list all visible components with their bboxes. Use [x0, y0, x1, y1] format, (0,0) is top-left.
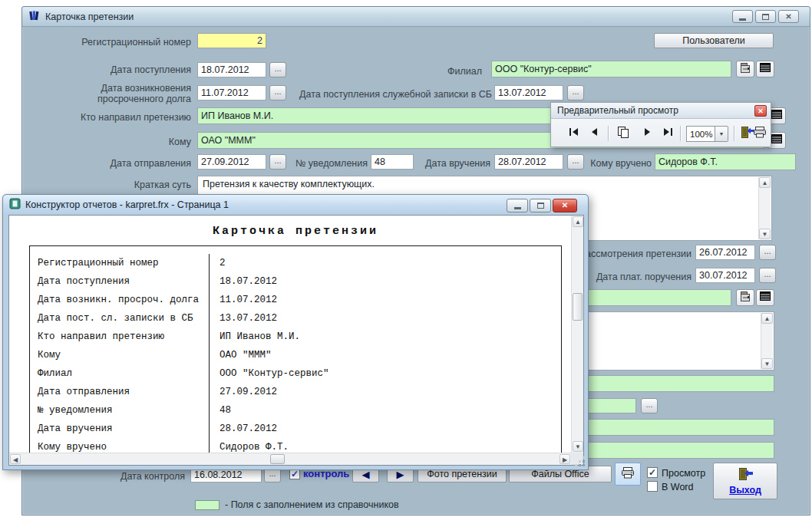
scroll-right-icon[interactable]: ▶ [559, 454, 570, 464]
word-checkbox[interactable] [647, 481, 658, 492]
date-payment-picker-button[interactable]: ... [759, 268, 776, 283]
prev-record-icon: ◀ [362, 469, 370, 479]
report-table-rows: Регистрационный номер2Дата поступления18… [30, 254, 561, 453]
maximize-button[interactable] [755, 10, 776, 23]
preview-titlebar[interactable]: Предварительный просмотр [551, 103, 771, 119]
report-horizontal-scrollbar[interactable]: ◀ ▶ [9, 453, 571, 465]
scroll-down-icon[interactable]: ▼ [759, 229, 771, 239]
preview-close-button[interactable]: ✕ [754, 105, 767, 117]
report-row: Дата возникн. просроч. долга11.07.2012 [30, 291, 561, 309]
report-titlebar[interactable]: Конструктор отчетов - karpret.frx - Стра… [3, 195, 588, 215]
report-row: Дата вручения28.07.2012 [30, 420, 561, 438]
table-icon [759, 291, 771, 305]
date-sent-picker-button[interactable]: ... [269, 154, 286, 170]
report-close-button[interactable]: ✕ [553, 199, 577, 212]
close-icon: ✕ [562, 202, 568, 209]
date-memo-picker-button[interactable]: ... [567, 85, 584, 100]
vertical-scroll-thumb[interactable] [573, 293, 583, 321]
recipient-label: Кому [38, 134, 191, 150]
scroll-up-icon[interactable]: ▲ [759, 177, 771, 188]
branch-label: Филиал [368, 64, 482, 79]
exit-button[interactable]: Выход [713, 463, 777, 499]
date-payment-field[interactable]: 30.07.2012 [695, 268, 755, 283]
reg-number-field[interactable]: 2 [197, 33, 266, 48]
last-page-icon [661, 127, 675, 140]
date-review-picker-button[interactable]: ... [759, 245, 776, 260]
next-page-button[interactable] [639, 124, 657, 143]
summary-scrollbar[interactable]: ▲ ▼ [758, 177, 771, 239]
prev-page-icon [587, 127, 601, 140]
scroll-left-icon[interactable]: ◀ [10, 454, 21, 464]
date-handed-field[interactable]: 28.07.2012 [494, 154, 563, 170]
first-page-button[interactable] [565, 124, 583, 143]
report-row-value: 48 [210, 401, 231, 420]
report-minimize-button[interactable] [507, 199, 528, 212]
notice-number-field[interactable]: 48 [371, 154, 414, 170]
report-row: ФилиалООО "Контур-сервис" [30, 364, 561, 383]
date-review-field[interactable]: 26.07.2012 [695, 245, 755, 260]
report-row: Регистрационный номер2 [30, 254, 561, 272]
report-row-label: Филиал [30, 364, 210, 383]
report-row-label: Кому вручено [30, 438, 210, 453]
notice-number-label: № уведомления [292, 156, 368, 171]
report-row-label: Дата пост. сл. записки в СБ [30, 309, 210, 328]
open-catalog-icon [739, 62, 751, 77]
report-row: Дата поступления18.07.2012 [30, 272, 561, 291]
preview-checkbox[interactable]: ✓ [647, 467, 658, 478]
go-to-page-button[interactable] [614, 124, 632, 143]
branch-catalog-button[interactable] [736, 61, 754, 77]
scroll-down-icon[interactable]: ▼ [761, 358, 773, 369]
pages-icon [616, 126, 630, 142]
date-received-field[interactable]: 18.07.2012 [197, 62, 266, 77]
users-button[interactable]: Пользователи [654, 33, 774, 48]
last-page-button[interactable] [659, 124, 677, 143]
print-button[interactable] [615, 463, 641, 486]
close-icon: ✕ [785, 13, 791, 21]
sender-label: Кто направил претензию [38, 110, 191, 125]
minimize-icon [739, 18, 746, 21]
report-row: Кто направил претензиюИП Иванов М.И. [30, 328, 561, 346]
zoom-combobox[interactable]: 100% ▼ [686, 126, 728, 142]
report-vertical-scrollbar[interactable]: ▲ ▼ [571, 216, 583, 453]
exit-door-icon [737, 467, 754, 483]
report-row-value: 2 [210, 254, 226, 272]
open-catalog-icon [739, 291, 751, 305]
report-page-title: Карточка претензии [29, 225, 562, 238]
responsible-catalog-button[interactable] [736, 289, 754, 306]
report-maximize-button[interactable] [530, 199, 551, 212]
resize-grip[interactable] [576, 458, 586, 467]
control-checkbox[interactable]: ✓ [289, 469, 300, 479]
print-report-button[interactable] [751, 124, 769, 143]
scroll-up-icon[interactable]: ▲ [573, 216, 583, 227]
print-preview-toolbar-window: Предварительный просмотр ✕ 100% ▼ [550, 102, 771, 147]
table-icon [771, 133, 783, 147]
close-button[interactable]: ✕ [778, 10, 799, 23]
handed-to-field[interactable]: Сидоров Ф.Т. [655, 153, 796, 170]
close-icon: ✕ [758, 107, 764, 115]
branch-table-button[interactable] [756, 61, 774, 77]
next-record-icon: ▶ [397, 469, 404, 479]
prev-page-button[interactable] [585, 124, 603, 143]
scroll-down-icon[interactable]: ▼ [573, 441, 583, 452]
date-received-picker-button[interactable]: ... [269, 62, 286, 77]
date-received-label: Дата поступления [38, 62, 191, 77]
report-row-label: Кто направил претензию [30, 328, 210, 346]
chevron-down-icon[interactable]: ▼ [715, 126, 728, 142]
report-row-value: Сидоров Ф.Т. [210, 438, 289, 453]
zoom-value[interactable]: 100% [686, 126, 715, 142]
date-sent-field[interactable]: 27.09.2012 [197, 154, 266, 170]
notes-scrollbar[interactable]: ▲ ▼ [761, 313, 773, 369]
responsible-table-button[interactable] [756, 289, 774, 306]
date-debt-field[interactable]: 11.07.2012 [197, 85, 266, 100]
horizontal-scroll-thumb[interactable] [270, 454, 285, 464]
extra-field-2-picker-button[interactable]: ... [641, 398, 658, 413]
branch-field[interactable]: ООО "Контур-сервис" [491, 61, 731, 77]
date-memo-field[interactable]: 13.07.2012 [494, 85, 563, 100]
report-row-value: ОАО "МММ" [210, 346, 272, 364]
report-row-value: 27.09.2012 [210, 383, 277, 401]
word-checkbox-label: В Word [662, 481, 693, 493]
scroll-up-icon[interactable]: ▲ [761, 313, 773, 324]
claim-card-titlebar[interactable]: Карточка претензии ✕ [22, 7, 810, 27]
minimize-button[interactable] [732, 10, 753, 23]
date-debt-picker-button[interactable]: ... [269, 85, 286, 100]
